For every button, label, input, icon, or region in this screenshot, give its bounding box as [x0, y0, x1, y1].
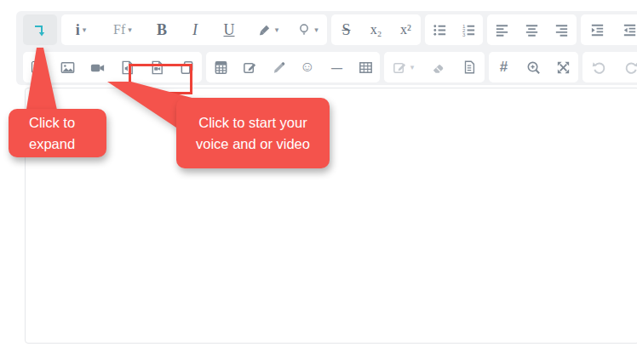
group-view: #: [489, 52, 578, 82]
info-icon: i: [76, 21, 80, 39]
expand-callout-line1: Click to: [29, 112, 106, 134]
toolbar-row-1: i ▾ Ff ▾ B I U: [23, 14, 637, 45]
bullet-list-icon: [432, 22, 448, 38]
editor-toolbar: i ▾ Ff ▾ B I U: [16, 11, 637, 85]
lightbulb-icon: [296, 22, 312, 37]
indent-icon: [622, 22, 637, 38]
record-video-button[interactable]: [142, 52, 172, 82]
eraser-button[interactable]: [422, 52, 454, 82]
editor-content-area[interactable]: [25, 88, 637, 344]
smiley-icon: ☺: [300, 59, 314, 76]
record-audio-button[interactable]: [112, 52, 142, 82]
align-right-button[interactable]: [547, 14, 577, 45]
zoom-button[interactable]: [519, 52, 548, 82]
redo-button[interactable]: [615, 52, 637, 82]
unordered-list-button[interactable]: [425, 14, 454, 45]
superscript-icon: x²: [400, 22, 411, 37]
document-icon: [462, 60, 477, 75]
underline-icon: U: [224, 21, 235, 39]
svg-text:3: 3: [462, 31, 465, 37]
bold-icon: B: [157, 21, 167, 39]
group-indent: [581, 14, 637, 45]
draw-button[interactable]: [264, 52, 293, 82]
bold-button[interactable]: B: [145, 14, 179, 45]
text-color-button[interactable]: ▾: [247, 14, 288, 45]
group-toggle: [23, 14, 57, 45]
editor-page: i ▾ Ff ▾ B I U: [0, 0, 637, 364]
fullscreen-button[interactable]: [548, 52, 578, 82]
align-center-icon: [524, 22, 540, 38]
video-file-icon: [149, 60, 165, 76]
group-media: W: [23, 52, 202, 82]
font-family-icon: Ff: [113, 22, 125, 37]
pencil-icon: [271, 60, 287, 76]
outdent-icon: [589, 22, 605, 38]
strikethrough-button[interactable]: S: [331, 14, 361, 45]
underline-button[interactable]: U: [211, 14, 247, 45]
group-tools: ▾: [384, 52, 485, 82]
image-icon: [60, 60, 76, 76]
undo-icon: [591, 60, 607, 76]
italic-icon: I: [192, 21, 198, 39]
template-icon: [392, 60, 408, 76]
hash-icon: #: [500, 59, 508, 76]
chevron-down-icon: ▾: [275, 26, 279, 34]
strikethrough-icon: S: [341, 21, 350, 39]
corner-down-arrow-icon: [32, 21, 49, 38]
italic-button[interactable]: I: [179, 14, 211, 45]
audio-file-icon: [119, 60, 135, 76]
copy-button[interactable]: [172, 52, 202, 82]
paste-from-word-button[interactable]: W: [23, 52, 53, 82]
emoticons-button[interactable]: ☺: [293, 52, 322, 82]
fullscreen-icon: [555, 60, 571, 76]
eraser-icon: [430, 60, 446, 76]
toolbar-row-2: W: [23, 52, 637, 82]
ordered-list-button[interactable]: 1 2 3: [454, 14, 483, 45]
superscript-button[interactable]: x²: [391, 14, 421, 45]
align-center-button[interactable]: [517, 14, 547, 45]
expand-toolbar-button[interactable]: [23, 14, 57, 45]
expand-callout-line2: expand: [29, 134, 106, 155]
edit-box-icon: [242, 60, 258, 76]
insert-table-button[interactable]: [351, 52, 380, 82]
edit-note-button[interactable]: [235, 52, 264, 82]
zoom-in-icon: [525, 60, 542, 76]
chevron-down-icon: ▾: [410, 64, 415, 71]
insert-image-button[interactable]: [53, 52, 83, 82]
highlight-button[interactable]: ▾: [288, 14, 327, 45]
outdent-button[interactable]: [581, 14, 613, 45]
copy-icon: [179, 60, 195, 76]
group-lists: 1 2 3: [425, 14, 483, 45]
subscript-button[interactable]: x₂: [361, 14, 391, 45]
group-history: [582, 52, 637, 82]
group-insert: ☺ —: [206, 52, 380, 82]
voice-callout: Click to start your voice and or video: [176, 98, 330, 168]
code-view-button[interactable]: #: [489, 52, 519, 82]
insert-video-button[interactable]: [83, 52, 112, 82]
align-left-icon: [494, 22, 510, 38]
chevron-down-icon: ▾: [83, 26, 87, 34]
font-family-button[interactable]: Ff ▾: [100, 14, 145, 45]
indent-button[interactable]: [613, 14, 637, 45]
numbered-list-icon: 1 2 3: [461, 22, 477, 38]
minus-icon: —: [331, 61, 341, 74]
brush-icon: [256, 22, 273, 38]
calculator-icon: [213, 60, 229, 76]
voice-callout-line1: Click to start your: [176, 112, 330, 134]
table-icon: [358, 60, 374, 76]
horizontal-line-button[interactable]: —: [322, 52, 351, 82]
calculator-button[interactable]: [206, 52, 235, 82]
select-all-button[interactable]: [454, 52, 485, 82]
insert-template-button[interactable]: ▾: [384, 52, 422, 82]
align-left-button[interactable]: [487, 14, 517, 45]
video-camera-icon: [89, 60, 106, 76]
undo-button[interactable]: [582, 52, 615, 82]
voice-callout-line2: voice and or video: [176, 134, 330, 155]
group-align: [487, 14, 577, 45]
inline-style-button[interactable]: i ▾: [61, 14, 100, 45]
word-icon: W: [32, 61, 45, 73]
group-script: S x₂ x²: [331, 14, 421, 45]
align-right-icon: [554, 22, 570, 38]
redo-icon: [623, 60, 637, 76]
group-text-format: i ▾ Ff ▾ B I U: [61, 14, 327, 45]
